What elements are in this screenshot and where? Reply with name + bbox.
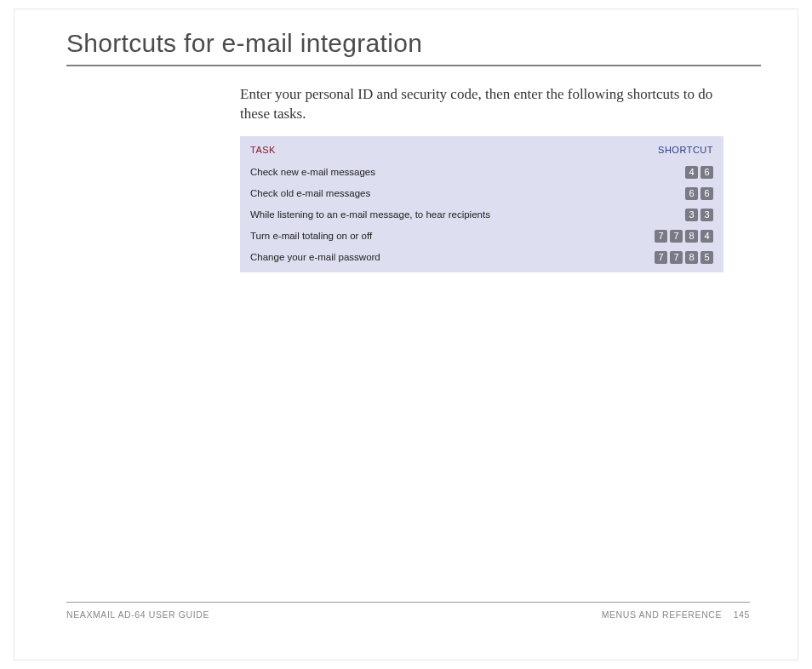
col-header-task: TASK [240, 136, 608, 162]
table-row: Check new e-mail messages46 [240, 162, 723, 183]
key-icon: 6 [700, 166, 713, 179]
task-cell: Check new e-mail messages [240, 162, 608, 183]
shortcut-cell: 33 [608, 204, 723, 226]
shortcut-cell: 66 [608, 183, 723, 204]
key-icon: 7 [655, 251, 667, 264]
table-row: Turn e-mail totaling on or off7784 [240, 226, 723, 247]
footer-section: MENUS AND REFERENCE [602, 609, 723, 620]
task-cell: Turn e-mail totaling on or off [240, 226, 608, 247]
shortcuts-table: TASK SHORTCUT Check new e-mail messages4… [240, 136, 723, 272]
key-icon: 5 [700, 251, 713, 264]
task-cell: Check old e-mail messages [240, 183, 608, 204]
key-icon: 7 [670, 230, 683, 243]
footer-rule [66, 602, 750, 603]
key-icon: 4 [685, 166, 698, 179]
intro-text: Enter your personal ID and security code… [240, 85, 723, 124]
page-title: Shortcuts for e-mail integration [66, 29, 761, 58]
key-icon: 8 [685, 230, 698, 243]
task-cell: While listening to an e-mail message, to… [240, 204, 608, 226]
page-footer: NEAXMAIL AD-64 USER GUIDE MENUS AND REFE… [66, 602, 750, 620]
key-icon: 6 [685, 187, 698, 200]
table-row: While listening to an e-mail message, to… [240, 204, 723, 226]
table-row: Change your e-mail password7785 [240, 247, 723, 272]
key-icon: 8 [685, 251, 698, 264]
title-rule [66, 65, 761, 66]
footer-page-number: 145 [734, 609, 750, 620]
shortcut-cell: 46 [608, 162, 723, 183]
footer-right: MENUS AND REFERENCE 145 [602, 609, 750, 620]
shortcut-cell: 7785 [608, 247, 723, 272]
key-icon: 7 [670, 251, 683, 264]
key-icon: 4 [700, 230, 713, 243]
col-header-shortcut: SHORTCUT [608, 136, 723, 162]
page-body: Shortcuts for e-mail integration Enter y… [0, 0, 812, 669]
key-icon: 3 [685, 209, 698, 221]
task-cell: Change your e-mail password [240, 247, 608, 272]
key-icon: 6 [700, 187, 713, 200]
content-block: Enter your personal ID and security code… [240, 85, 723, 272]
shortcuts-tbody: Check new e-mail messages46Check old e-m… [240, 162, 723, 272]
footer-left: NEAXMAIL AD-64 USER GUIDE [66, 609, 209, 620]
key-icon: 7 [655, 230, 667, 243]
key-icon: 3 [700, 209, 713, 221]
table-row: Check old e-mail messages66 [240, 183, 723, 204]
shortcut-cell: 7784 [608, 226, 723, 247]
